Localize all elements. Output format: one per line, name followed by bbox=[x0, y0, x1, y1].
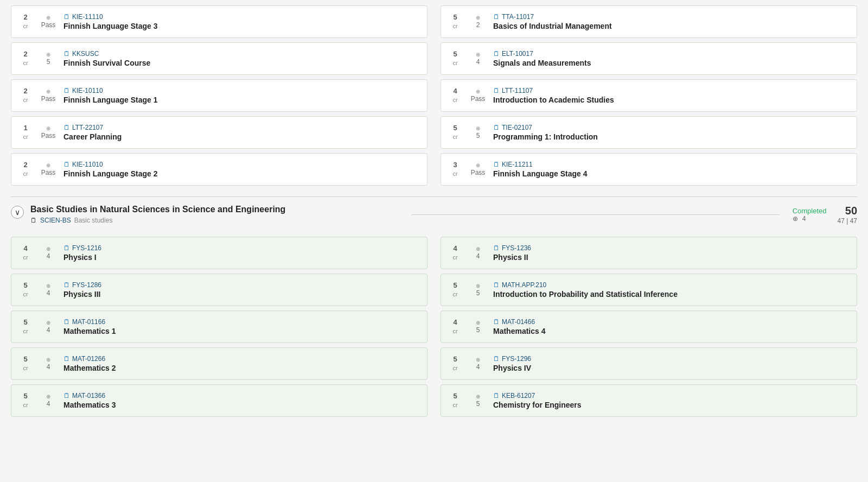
course-code: 🗒 KEB-61207 bbox=[493, 392, 850, 399]
credits-block: 3 cr bbox=[448, 161, 463, 177]
credits-number: 2 bbox=[23, 87, 27, 96]
grade-icon: ⊕ bbox=[46, 356, 50, 363]
grade-block: ⊕ 5 bbox=[468, 319, 488, 335]
course-card[interactable]: 5 cr ⊕ 5 🗒 MATH.APP.210 Introduction to … bbox=[441, 274, 857, 306]
section-subtitle: 🗒 SCIEN-BS Basic studies bbox=[30, 217, 398, 224]
grade-block: ⊕ Pass bbox=[39, 162, 58, 177]
course-code-text[interactable]: MAT-01466 bbox=[502, 318, 535, 326]
course-code-text[interactable]: FYS-1286 bbox=[72, 281, 101, 289]
section-divider bbox=[411, 214, 779, 215]
course-card[interactable]: 5 cr ⊕ 4 🗒 FYS-1286 Physics III bbox=[11, 274, 427, 306]
course-code-text[interactable]: MAT-01166 bbox=[72, 318, 105, 326]
course-card[interactable]: 5 cr ⊕ 4 🗒 ELT-10017 Signals and Measure… bbox=[441, 42, 857, 75]
course-code: 🗒 KIE-11211 bbox=[493, 161, 850, 168]
grade-icon: ⊕ bbox=[46, 88, 50, 95]
total-block: 50 47 | 47 bbox=[838, 205, 857, 225]
grade-icon: ⊕ bbox=[476, 162, 480, 169]
course-info: 🗒 TTA-11017 Basics of Industrial Managem… bbox=[493, 13, 850, 30]
doc-icon: 🗒 bbox=[493, 87, 500, 94]
doc-icon: 🗒 bbox=[63, 13, 70, 21]
doc-icon: 🗒 bbox=[63, 124, 70, 131]
course-code-text[interactable]: LTT-11107 bbox=[502, 87, 533, 94]
course-card[interactable]: 5 cr ⊕ 4 🗒 FYS-1296 Physics IV bbox=[441, 347, 857, 380]
course-card[interactable]: 4 cr ⊕ 5 🗒 MAT-01466 Mathematics 4 bbox=[441, 310, 857, 343]
grade-icon: ⊕ bbox=[46, 51, 50, 58]
section-code[interactable]: SCIEN-BS bbox=[40, 217, 71, 224]
grade-block: ⊕ 5 bbox=[468, 125, 488, 141]
course-card[interactable]: 5 cr ⊕ 4 🗒 MAT-01366 Mathematics 3 bbox=[11, 384, 427, 417]
course-card[interactable]: 5 cr ⊕ 4 🗒 MAT-01266 Mathematics 2 bbox=[11, 347, 427, 380]
grade-value: Pass bbox=[41, 95, 56, 104]
course-card[interactable]: 4 cr ⊕ 4 🗒 FYS-1216 Physics I bbox=[11, 237, 427, 269]
course-card[interactable]: 1 cr ⊕ Pass 🗒 LTT-22107 Career Planning bbox=[11, 116, 427, 149]
course-code: 🗒 FYS-1296 bbox=[493, 355, 850, 363]
section-title-block: Basic Studies in Natural Sciences in Sci… bbox=[30, 205, 398, 224]
grade-value: 5 bbox=[476, 289, 480, 298]
grade-block: ⊕ Pass bbox=[468, 88, 488, 104]
grade-block: ⊕ 4 bbox=[39, 356, 58, 372]
doc-icon: 🗒 bbox=[63, 87, 70, 94]
bottom-courses-grid: 4 cr ⊕ 4 🗒 FYS-1216 Physics I 5 cr ⊕ 4 🗒… bbox=[11, 237, 857, 417]
course-code-text[interactable]: KIE-11010 bbox=[72, 161, 103, 168]
course-code-text[interactable]: KIE-11211 bbox=[502, 161, 533, 168]
course-card[interactable]: 5 cr ⊕ 2 🗒 TTA-11017 Basics of Industria… bbox=[441, 5, 857, 38]
course-card[interactable]: 2 cr ⊕ Pass 🗒 KIE-10110 Finnish Language… bbox=[11, 79, 427, 112]
course-code-text[interactable]: FYS-1296 bbox=[502, 355, 531, 363]
course-code-text[interactable]: MAT-01366 bbox=[72, 392, 105, 399]
grade-value: 5 bbox=[476, 132, 480, 141]
course-card[interactable]: 4 cr ⊕ 4 🗒 FYS-1236 Physics II bbox=[441, 237, 857, 269]
top-left-column: 2 cr ⊕ Pass 🗒 KIE-11110 Finnish Language… bbox=[11, 5, 427, 186]
course-name: Finnish Language Stage 3 bbox=[63, 22, 420, 30]
section-code-label: Basic studies bbox=[74, 217, 113, 224]
course-card[interactable]: 2 cr ⊕ Pass 🗒 KIE-11010 Finnish Language… bbox=[11, 153, 427, 186]
doc-icon: 🗒 bbox=[63, 161, 70, 168]
doc-icon: 🗒 bbox=[63, 392, 70, 399]
course-name: Signals and Measurements bbox=[493, 59, 850, 67]
doc-icon: 🗒 bbox=[493, 318, 500, 326]
grade-icon: ⊕ bbox=[46, 245, 50, 252]
course-code-text[interactable]: KIE-10110 bbox=[72, 87, 103, 94]
course-card[interactable]: 5 cr ⊕ 5 🗒 TIE-02107 Programming 1: Intr… bbox=[441, 116, 857, 149]
course-code-text[interactable]: TTA-11017 bbox=[502, 13, 534, 21]
credits-number: 5 bbox=[23, 281, 27, 290]
course-code: 🗒 LTT-22107 bbox=[63, 124, 420, 131]
section-toggle[interactable]: ∨ bbox=[11, 206, 24, 219]
course-card[interactable]: 2 cr ⊕ Pass 🗒 KIE-11110 Finnish Language… bbox=[11, 5, 427, 38]
course-code-text[interactable]: TIE-02107 bbox=[502, 124, 532, 131]
credits-detail: 47 | 47 bbox=[838, 217, 857, 225]
course-info: 🗒 MAT-01166 Mathematics 1 bbox=[63, 318, 420, 335]
grade-value: Pass bbox=[41, 169, 56, 177]
course-card[interactable]: 3 cr ⊕ Pass 🗒 KIE-11211 Finnish Language… bbox=[441, 153, 857, 186]
course-card[interactable]: 5 cr ⊕ 4 🗒 MAT-01166 Mathematics 1 bbox=[11, 310, 427, 343]
course-code-text[interactable]: KKSUSC bbox=[72, 50, 99, 58]
doc-icon: 🗒 bbox=[63, 244, 70, 252]
cr-label: cr bbox=[23, 364, 28, 372]
course-info: 🗒 FYS-1216 Physics I bbox=[63, 244, 420, 262]
course-code-text[interactable]: LTT-22107 bbox=[72, 124, 103, 131]
course-code-text[interactable]: FYS-1236 bbox=[502, 244, 531, 252]
grade-icon: ⊕ bbox=[476, 393, 480, 400]
grade-value: 4 bbox=[47, 252, 50, 261]
section-header: ∨ Basic Studies in Natural Sciences in S… bbox=[11, 196, 857, 229]
grade-block: ⊕ Pass bbox=[39, 88, 58, 104]
course-code: 🗒 MAT-01266 bbox=[63, 355, 420, 363]
doc-icon: 🗒 bbox=[493, 50, 500, 58]
course-code-text[interactable]: KIE-11110 bbox=[72, 13, 103, 21]
course-card[interactable]: 5 cr ⊕ 5 🗒 KEB-61207 Chemistry for Engin… bbox=[441, 384, 857, 417]
credits-block: 5 cr bbox=[18, 318, 33, 335]
course-code: 🗒 KKSUSC bbox=[63, 50, 420, 58]
course-card[interactable]: 4 cr ⊕ Pass 🗒 LTT-11107 Introduction to … bbox=[441, 79, 857, 112]
completed-label: Completed bbox=[793, 207, 827, 215]
course-code-text[interactable]: KEB-61207 bbox=[502, 392, 535, 399]
course-code-text[interactable]: ELT-10017 bbox=[502, 50, 533, 58]
grade-icon: ⊕ bbox=[476, 125, 480, 132]
doc-icon: 🗒 bbox=[493, 355, 500, 363]
section-status-block: Completed ⊕ 4 bbox=[793, 207, 827, 223]
course-code-text[interactable]: MATH.APP.210 bbox=[502, 281, 546, 289]
course-code-text[interactable]: MAT-01266 bbox=[72, 355, 105, 363]
course-code-text[interactable]: FYS-1216 bbox=[72, 244, 101, 252]
cr-label: cr bbox=[452, 133, 457, 141]
grade-value: 5 bbox=[476, 400, 480, 409]
course-name: Basics of Industrial Management bbox=[493, 22, 850, 30]
course-card[interactable]: 2 cr ⊕ 5 🗒 KKSUSC Finnish Survival Cours… bbox=[11, 42, 427, 75]
